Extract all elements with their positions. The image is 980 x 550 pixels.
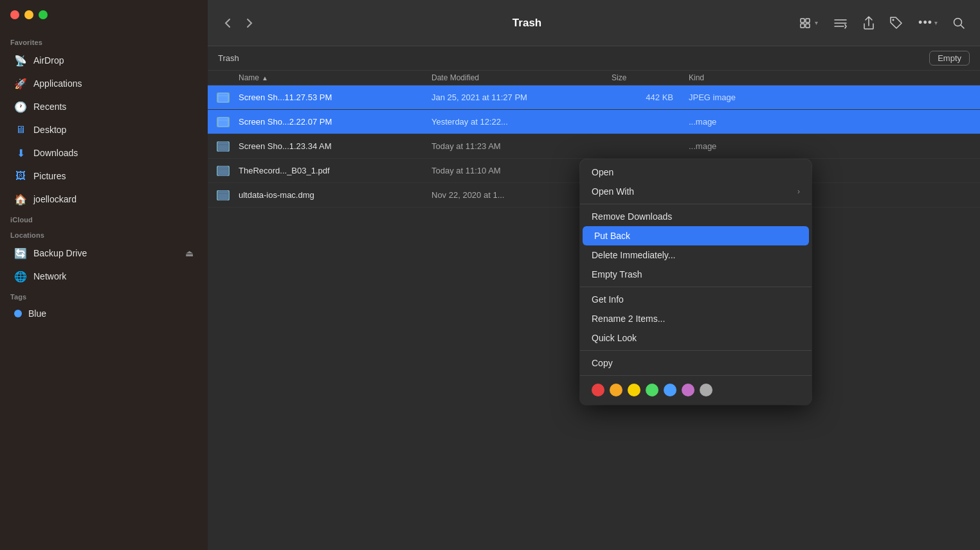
file-icon (217, 190, 230, 200)
file-date: Today at 11:10 AM (426, 166, 606, 175)
sidebar-item-label: joellockard (33, 194, 77, 204)
ctx-item-label: Empty Trash (592, 269, 642, 279)
file-name: ultdata-ios-mac.dmg (239, 190, 426, 200)
sidebar-item-label: Downloads (33, 148, 78, 158)
table-row[interactable]: Screen Sho...1.23.34 AM Today at 11:23 A… (208, 134, 980, 159)
file-date: Nov 22, 2020 at 1... (426, 190, 606, 200)
svg-rect-10 (218, 93, 228, 102)
empty-trash-button[interactable]: Empty (929, 51, 970, 66)
minimize-button[interactable] (24, 10, 33, 19)
more-options-button[interactable]: ••• ▾ (913, 12, 943, 33)
column-kind[interactable]: Kind (684, 73, 980, 82)
ctx-item-rename-2-items[interactable]: Rename 2 Items... (580, 309, 812, 328)
ctx-item-delete-immediately[interactable]: Delete Immediately... (580, 245, 812, 265)
sidebar-item-backup-drive[interactable]: 🔄 Backup Drive ⏏ (4, 242, 204, 264)
table-row[interactable]: Screen Sh...11.27.53 PM Jan 25, 2021 at … (208, 85, 980, 110)
toolbar: Trash ▾ (208, 0, 980, 46)
ctx-item-open[interactable]: Open (580, 163, 812, 182)
tag-button[interactable] (885, 13, 908, 33)
ctx-item-copy[interactable]: Copy (580, 353, 812, 373)
sidebar-item-desktop[interactable]: 🖥 Desktop (4, 119, 204, 141)
path-label: Trash (218, 53, 239, 63)
network-icon: 🌐 (14, 270, 27, 283)
file-icon (217, 141, 230, 152)
share-button[interactable] (858, 12, 880, 34)
ctx-item-label: Copy (592, 358, 613, 368)
sidebar: Favorites 📡 AirDrop 🚀 Applications 🕐 Rec… (0, 0, 208, 550)
context-menu-separator (580, 204, 812, 204)
path-bar: Trash Empty (208, 46, 980, 71)
file-name: Screen Sho...1.23.34 AM (239, 141, 426, 151)
column-name[interactable]: Name ▲ (208, 73, 426, 82)
tag-color-picker (580, 378, 812, 402)
svg-rect-12 (218, 118, 228, 127)
icloud-section-label: iCloud (0, 211, 208, 226)
eject-icon[interactable]: ⏏ (185, 248, 194, 258)
pictures-icon: 🖼 (14, 170, 27, 182)
sidebar-item-recents[interactable]: 🕐 Recents (4, 96, 204, 118)
applications-icon: 🚀 (14, 77, 27, 90)
column-date[interactable]: Date Modified (426, 73, 606, 82)
svg-point-7 (893, 19, 894, 21)
back-button[interactable] (218, 13, 237, 33)
view-chevron: ▾ (815, 19, 818, 26)
blue-tag-dot (14, 310, 22, 317)
file-date: Today at 11:23 AM (426, 141, 606, 151)
ctx-item-label: Quick Look (592, 333, 637, 343)
locations-section-label: Locations (0, 226, 208, 242)
ctx-item-empty-trash[interactable]: Empty Trash (580, 265, 812, 284)
ctx-item-put-back[interactable]: Put Back (583, 226, 809, 245)
sort-arrow-icon: ▲ (262, 75, 268, 82)
table-row[interactable]: Screen Sho...2.22.07 PM Yesterday at 12:… (208, 110, 980, 134)
sidebar-item-downloads[interactable]: ⬇ Downloads (4, 142, 204, 164)
downloads-icon: ⬇ (14, 146, 27, 159)
list-sort-button[interactable] (828, 13, 853, 33)
ctx-item-open-with[interactable]: Open With› (580, 182, 812, 201)
sidebar-item-blue-tag[interactable]: Blue (4, 304, 204, 323)
file-size: 442 KB (606, 93, 684, 102)
sidebar-item-airdrop[interactable]: 📡 AirDrop (4, 49, 204, 71)
view-options-button[interactable]: ▾ (795, 14, 823, 32)
tag-color-dot-0[interactable] (592, 384, 604, 396)
submenu-arrow-icon: › (797, 187, 800, 196)
file-kind: JPEG image (684, 93, 980, 102)
tag-color-dot-6[interactable] (700, 384, 712, 396)
tag-color-dot-2[interactable] (628, 384, 640, 396)
sidebar-item-home[interactable]: 🏠 joellockard (4, 188, 204, 210)
file-kind: ...mage (684, 141, 980, 151)
window-title: Trash (267, 17, 787, 30)
ctx-item-quick-look[interactable]: Quick Look (580, 328, 812, 348)
sidebar-item-pictures[interactable]: 🖼 Pictures (4, 165, 204, 187)
maximize-button[interactable] (39, 10, 48, 19)
favorites-section-label: Favorites (0, 33, 208, 49)
ctx-item-label: Put Back (594, 231, 630, 241)
column-size[interactable]: Size (606, 73, 684, 82)
file-icon-cell (208, 117, 239, 127)
sidebar-item-label: Network (33, 271, 66, 281)
sidebar-item-label: Applications (33, 78, 82, 89)
backup-drive-icon: 🔄 (14, 247, 27, 260)
tag-color-dot-4[interactable] (664, 384, 676, 396)
nav-buttons (218, 13, 259, 33)
sidebar-item-network[interactable]: 🌐 Network (4, 265, 204, 287)
context-menu-separator (580, 287, 812, 287)
svg-rect-3 (806, 24, 810, 28)
file-list-header: Name ▲ Date Modified Size Kind (208, 71, 980, 85)
ctx-item-label: Delete Immediately... (592, 250, 675, 260)
tag-color-dot-1[interactable] (610, 384, 622, 396)
search-button[interactable] (948, 13, 970, 33)
ctx-item-get-info[interactable]: Get Info (580, 290, 812, 309)
file-name: TheRecord..._B03_1.pdf (239, 166, 426, 175)
tag-color-dot-3[interactable] (646, 384, 658, 396)
svg-rect-18 (218, 191, 228, 200)
svg-rect-14 (218, 142, 228, 151)
tag-color-dot-5[interactable] (682, 384, 694, 396)
ctx-item-remove-downloads[interactable]: Remove Downloads (580, 207, 812, 226)
close-button[interactable] (10, 10, 19, 19)
sidebar-item-applications[interactable]: 🚀 Applications (4, 73, 204, 94)
svg-rect-1 (806, 19, 810, 22)
sidebar-item-label: Backup Drive (33, 248, 87, 258)
file-icon-cell (208, 141, 239, 152)
forward-button[interactable] (240, 13, 259, 33)
context-menu-separator (580, 350, 812, 351)
